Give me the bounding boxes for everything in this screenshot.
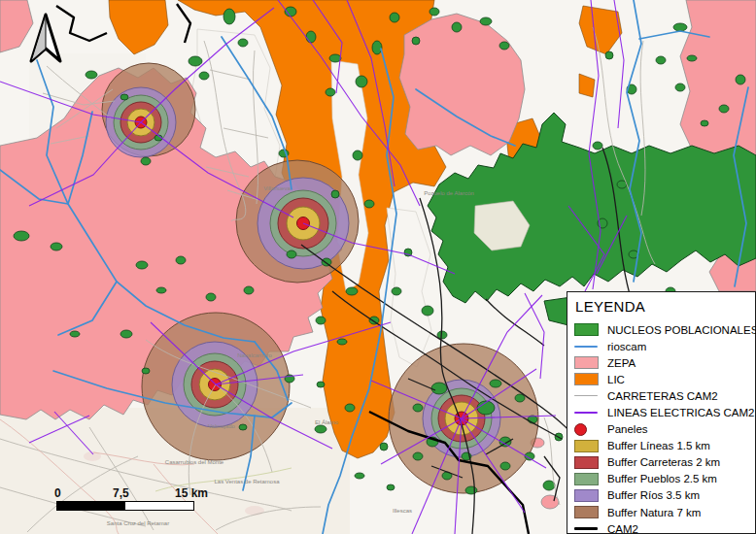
- legend-swatch-line-icon: [574, 527, 600, 530]
- basemap-place-label: Illescas: [393, 508, 412, 514]
- scale-bar-graphic: [56, 501, 194, 511]
- basemap-place-label: Valmojado: [208, 423, 236, 429]
- basemap-place-label: Casarrubios del Monte: [165, 459, 224, 465]
- legend-item-label: Paneles: [607, 423, 648, 435]
- legend-item: Buffer Ríos 3.5 km: [574, 487, 749, 504]
- legend-swatch-fill-icon: [574, 506, 600, 518]
- legend-swatch-line-icon: [574, 346, 600, 348]
- legend-items: NUCLEOS POBLACIONALES CAM2rioscamZEPALIC…: [574, 321, 749, 534]
- legend-item-label: Buffer Ríos 3.5 km: [607, 489, 700, 501]
- legend-item-label: Buffer Líneas 1.5 km: [607, 440, 710, 451]
- legend-swatch-fill-icon: [574, 323, 600, 336]
- legend-swatch-fill-icon: [574, 440, 600, 452]
- legend-item: CARRETERAS CAM2: [574, 387, 749, 404]
- basemap-place-label: Santa Cruz del Retamar: [107, 520, 169, 526]
- legend-item-label: Buffer Pueblos 2.5 km: [607, 473, 717, 484]
- map-canvas: VillanuevaPozuelo de AlarcónNavalcarnero…: [0, 0, 756, 534]
- basemap-place-label: Las Ventas de Retamosa: [214, 479, 280, 484]
- legend-item-label: LIC: [607, 374, 625, 385]
- legend-swatch-fill-icon: [574, 473, 600, 485]
- legend-swatch-line-icon: [574, 412, 600, 414]
- basemap-place-label: Navalcarnero: [237, 352, 272, 358]
- legend-item-label: Buffer Natura 7 km: [607, 507, 701, 518]
- legend-item: Buffer Líneas 1.5 km: [574, 438, 749, 454]
- legend-item-label: NUCLEOS POBLACIONALES CAM2: [607, 324, 756, 336]
- legend-swatch-fill-icon: [574, 489, 600, 502]
- legend-item-label: CAM2: [607, 523, 638, 534]
- scale-bar: 0 7,5 15 km: [56, 486, 222, 511]
- legend-item: NUCLEOS POBLACIONALES CAM2: [574, 321, 749, 338]
- scale-label-mid: 7,5: [113, 486, 129, 500]
- basemap-place-label: El Álamo: [315, 419, 339, 425]
- legend-item-label: CARRETERAS CAM2: [607, 390, 718, 402]
- legend-item: Buffer Carreteras 2 km: [574, 454, 749, 471]
- scale-label-0: 0: [54, 486, 61, 500]
- legend-item-label: ZEPA: [607, 357, 636, 369]
- legend-item-label: LINEAS ELECTRICAS CAM2: [607, 407, 754, 418]
- legend-swatch-fill-icon: [574, 456, 600, 469]
- scale-bar-labels: 0 7,5 15 km: [56, 486, 222, 501]
- legend: LEYENDA NUCLEOS POBLACIONALES CAM2riosca…: [567, 291, 756, 534]
- legend-title: LEYENDA: [575, 298, 749, 315]
- legend-item: LIC: [574, 371, 749, 387]
- legend-item: Buffer Natura 7 km: [574, 504, 749, 520]
- legend-swatch-fill-icon: [574, 373, 600, 385]
- legend-item-label: rioscam: [607, 341, 646, 352]
- legend-item-label: Buffer Carreteras 2 km: [607, 456, 720, 468]
- legend-swatch-fill-icon: [574, 356, 600, 369]
- basemap-place-label: Villanueva: [263, 185, 291, 191]
- legend-item: CAM2: [574, 520, 749, 534]
- legend-swatch-line-icon: [574, 395, 600, 396]
- scale-label-end: 15 km: [175, 486, 208, 500]
- legend-swatch-point-icon: [574, 423, 600, 436]
- legend-item: ZEPA: [574, 354, 749, 371]
- legend-item: Paneles: [574, 421, 749, 438]
- legend-item: rioscam: [574, 338, 749, 354]
- basemap-place-label: Pozuelo de Alarcón: [424, 190, 474, 196]
- legend-item: Buffer Pueblos 2.5 km: [574, 471, 749, 487]
- legend-item: LINEAS ELECTRICAS CAM2: [574, 404, 749, 420]
